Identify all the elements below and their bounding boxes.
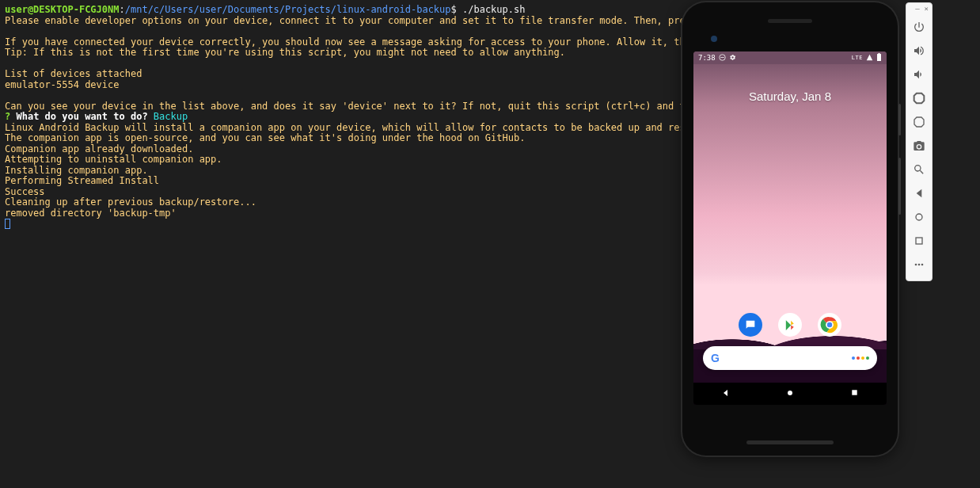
search-bar[interactable]: G [703,346,877,370]
svg-point-10 [788,391,792,395]
app-chrome[interactable] [818,313,841,337]
app-play-store[interactable] [778,313,802,337]
svg-rect-1 [720,57,724,58]
network-label: LTE [852,55,863,61]
status-time: 7:38 [698,54,716,62]
nav-back-button[interactable] [721,388,731,400]
prompt-end: $ [451,4,462,15]
signal-icon [866,54,873,63]
more-button[interactable] [908,254,930,276]
svg-rect-13 [916,238,922,244]
google-g-icon: G [711,352,720,364]
prompt-user: user@DESKTOP-FCGJ0NM [5,4,120,15]
minimize-button[interactable]: – [915,5,919,14]
nav-home-button[interactable] [785,388,795,400]
rotate-right-button[interactable] [908,111,930,133]
soft-overview-button[interactable] [908,230,930,252]
rotate-left-button[interactable] [908,87,930,109]
speaker-grille [768,19,812,23]
volume-down-button[interactable] [908,63,930,86]
toolbar-titlebar: – × [906,3,932,14]
svg-rect-11 [852,390,857,395]
home-date-widget[interactable]: Saturday, Jan 8 [693,90,887,103]
volume-up-button[interactable] [908,40,930,62]
front-camera [711,36,717,42]
svg-point-15 [918,264,921,266]
entered-command: ./backup.sh [462,4,525,15]
svg-point-14 [915,264,917,266]
prompt-sep: : [120,4,125,15]
chin-bar [746,440,834,444]
close-button[interactable]: × [925,5,929,14]
question-answer: Backup [154,111,188,122]
emulator-screen[interactable]: 7:38 LTE Saturday, Jan 8 [693,51,887,405]
power-button[interactable] [908,16,930,38]
battery-icon [876,53,882,63]
gear-icon [729,54,736,63]
dnd-icon [719,54,726,63]
assistant-icon[interactable] [852,356,869,360]
android-emulator-frame: 7:38 LTE Saturday, Jan 8 [682,2,898,456]
emulator-toolbar: – × [906,2,933,281]
hw-volume-rocker[interactable] [898,158,901,215]
screenshot-button[interactable] [908,135,930,157]
hw-power-button[interactable] [898,104,901,135]
cursor [5,219,10,229]
question-text: What do you want to do? [10,111,154,122]
app-dock [693,313,887,337]
prompt-path: /mnt/c/Users/user/Documents/Projects/lin… [125,4,451,15]
soft-back-button[interactable] [908,182,930,204]
svg-point-12 [916,214,922,220]
svg-rect-3 [879,53,880,54]
soft-home-button[interactable] [908,206,930,228]
nav-recents-button[interactable] [850,388,859,399]
app-messages[interactable] [739,313,762,337]
zoom-button[interactable] [908,158,930,181]
svg-point-16 [921,264,924,266]
android-navbar [693,383,887,405]
status-bar[interactable]: 7:38 LTE [693,51,887,64]
svg-rect-2 [877,54,881,61]
